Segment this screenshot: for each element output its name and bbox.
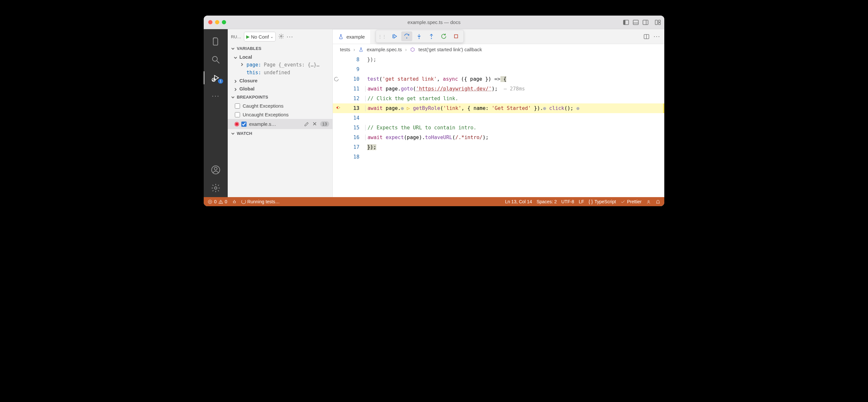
breakpoint-file-checkbox[interactable] <box>241 122 247 127</box>
svg-point-17 <box>281 35 282 37</box>
line-number[interactable]: 13 <box>350 105 360 111</box>
locator-icon: ▷ <box>407 105 413 111</box>
status-encoding[interactable]: UTF-8 <box>561 199 574 204</box>
split-editor-icon[interactable] <box>643 33 650 40</box>
gear-icon[interactable] <box>278 33 284 40</box>
activity-debug[interactable]: 1 <box>204 69 228 87</box>
status-indentation[interactable]: Spaces: 2 <box>536 199 557 204</box>
restart-button[interactable] <box>438 31 449 41</box>
continue-button[interactable] <box>389 31 400 41</box>
svg-point-9 <box>213 57 217 61</box>
inline-value-dot-icon: ● <box>574 105 580 111</box>
chevron-right-icon: › <box>405 47 407 52</box>
crumb-file[interactable]: example.spec.ts <box>367 47 402 52</box>
svg-rect-6 <box>655 20 657 25</box>
debug-side-panel: RU… ▶ No Conf ⌄ ··· VARIABLES Local <box>228 29 333 197</box>
line-number[interactable]: 10 <box>350 76 360 82</box>
panel-bottom-icon[interactable] <box>632 20 639 25</box>
status-problems[interactable]: 0 0 <box>208 199 227 204</box>
breadcrumbs[interactable]: tests › example.spec.ts › test('get star… <box>333 44 664 55</box>
breakpoint-current-icon[interactable] <box>336 105 341 110</box>
activity-more[interactable]: ··· <box>204 87 228 105</box>
svg-rect-2 <box>633 20 638 25</box>
line-number[interactable]: 14 <box>350 115 360 121</box>
flask-icon <box>359 47 364 52</box>
status-running-tests[interactable]: Running tests… <box>241 199 280 204</box>
svg-line-38 <box>233 203 234 203</box>
line-number[interactable]: 17 <box>350 144 360 150</box>
chevron-down-icon <box>231 132 235 135</box>
svg-point-22 <box>419 38 420 39</box>
status-debug[interactable] <box>232 199 237 204</box>
status-prettier[interactable]: Prettier <box>621 199 642 204</box>
flask-icon <box>338 34 344 39</box>
svg-rect-8 <box>658 23 660 25</box>
status-language[interactable]: { } TypeScript <box>588 199 616 204</box>
inline-value-dot-icon: ● <box>401 105 407 111</box>
status-eol[interactable]: LF <box>579 199 584 204</box>
edit-icon[interactable] <box>304 122 309 127</box>
svg-rect-7 <box>658 20 660 22</box>
remove-breakpoint[interactable]: ✕ <box>312 121 317 127</box>
tab-bar: example ⋮⋮ <box>333 29 664 44</box>
more-actions[interactable]: ··· <box>287 33 293 40</box>
svg-rect-25 <box>455 35 458 38</box>
breakpoint-caught-exceptions[interactable]: Caught Exceptions <box>228 101 333 110</box>
crumb-tests[interactable]: tests <box>340 47 350 52</box>
status-notifications[interactable] <box>655 199 660 204</box>
customize-layout-icon[interactable] <box>655 20 661 25</box>
line-number[interactable]: 15 <box>350 125 360 131</box>
line-number[interactable]: 8 <box>350 57 360 63</box>
step-into-button[interactable] <box>413 31 425 41</box>
debug-config-selector[interactable]: ▶ No Conf ⌄ <box>244 32 276 41</box>
step-out-button[interactable] <box>426 31 437 41</box>
grip-icon[interactable]: ⋮⋮ <box>378 34 388 39</box>
panel-left-icon[interactable] <box>623 20 629 25</box>
tab-more-actions[interactable]: ··· <box>654 33 660 40</box>
tab-example-spec[interactable]: example <box>333 29 370 44</box>
current-execution-line: 13 await page.● ▷ getByRole('link', { na… <box>333 103 664 113</box>
chevron-down-icon <box>234 55 238 59</box>
activity-explorer[interactable] <box>204 32 228 51</box>
breakpoints-section[interactable]: BREAKPOINTS <box>228 93 333 101</box>
uncaught-checkbox[interactable] <box>235 112 240 118</box>
variable-row-this[interactable]: this: undefined <box>234 69 333 76</box>
crumb-callback[interactable]: test('get started link') callback <box>418 47 482 52</box>
status-feedback[interactable] <box>646 199 651 204</box>
global-scope[interactable]: Global <box>234 85 333 93</box>
line-number[interactable]: 16 <box>350 135 360 140</box>
svg-point-24 <box>431 38 432 39</box>
activity-settings[interactable] <box>204 179 228 197</box>
variables-section[interactable]: VARIABLES <box>228 44 333 53</box>
activity-account[interactable] <box>204 161 228 179</box>
window-title: example.spec.ts — docs <box>204 20 664 25</box>
gutter-run-icon[interactable] <box>334 76 339 82</box>
inline-timing: — 278ms <box>498 86 525 92</box>
breakpoint-uncaught-exceptions[interactable]: Uncaught Exceptions <box>228 110 333 119</box>
line-number[interactable]: 9 <box>350 66 360 72</box>
breakpoint-line-badge: 13 <box>320 121 329 127</box>
closure-scope[interactable]: Closure <box>234 76 333 85</box>
chevron-down-icon <box>231 95 235 99</box>
braces-icon: { } <box>588 199 593 204</box>
stop-button[interactable] <box>451 31 462 41</box>
line-number[interactable]: 12 <box>350 96 360 101</box>
code-editor[interactable]: 8}); 9 10 test('get started link', async… <box>333 55 664 197</box>
variable-row-page[interactable]: page: Page {_events: {…}… <box>234 61 333 69</box>
debug-badge: 1 <box>218 79 223 83</box>
panel-right-icon[interactable] <box>642 20 649 25</box>
breakpoint-dot-icon <box>235 122 239 126</box>
svg-line-39 <box>235 203 236 203</box>
local-scope[interactable]: Local <box>234 53 333 61</box>
activity-search[interactable] <box>204 51 228 69</box>
debug-toolbar[interactable]: ⋮⋮ <box>376 30 464 43</box>
caught-checkbox[interactable] <box>235 103 240 109</box>
chevron-right-icon <box>234 87 238 91</box>
svg-point-33 <box>221 203 221 203</box>
breakpoint-file-row[interactable]: example.s… ✕ 13 <box>228 119 333 129</box>
watch-section[interactable]: WATCH <box>228 129 333 138</box>
line-number[interactable]: 18 <box>350 154 360 160</box>
status-cursor-position[interactable]: Ln 13, Col 14 <box>505 199 532 204</box>
step-over-button[interactable] <box>401 31 412 41</box>
line-number[interactable]: 11 <box>350 86 360 92</box>
